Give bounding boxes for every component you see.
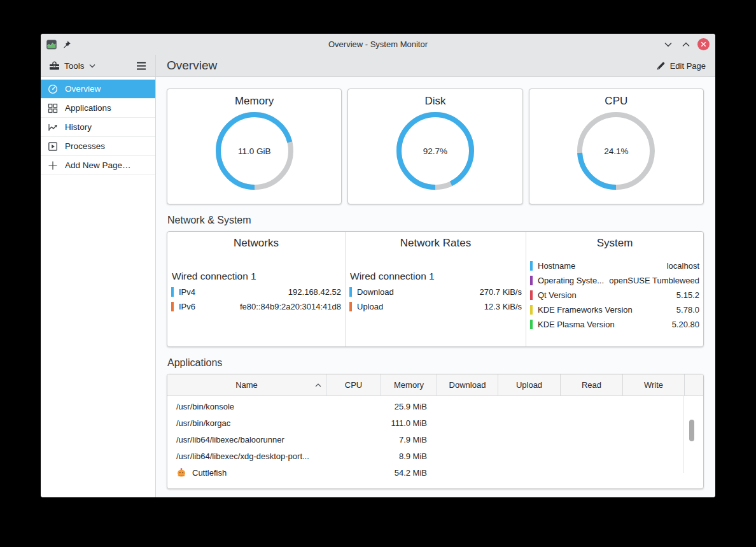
toolbox-icon [49, 61, 60, 71]
disk-card-title: Disk [424, 95, 445, 108]
table-row[interactable]: /usr/bin/konsole 25.9 MiB [167, 398, 703, 415]
legend-color-bar [171, 302, 174, 311]
table-row[interactable]: Cuttlefish 54.2 MiB [167, 464, 703, 481]
network-rates-column: Network Rates Wired connection 1 Downloa… [345, 232, 526, 346]
sidebar-item-label: Applications [65, 103, 111, 113]
column-header-download[interactable]: Download [437, 374, 498, 395]
processes-icon [47, 141, 59, 152]
process-name: /usr/bin/konsole [167, 402, 326, 411]
legend-label: Operating Syste... [538, 276, 604, 285]
maximize-icon[interactable] [680, 38, 692, 51]
sidebar: Overview Applications History [41, 77, 156, 497]
cuttlefish-icon [176, 467, 186, 478]
grid-icon [47, 103, 59, 114]
history-chart-icon [47, 122, 59, 133]
legend-color-bar [171, 287, 174, 297]
legend-label: Upload [357, 302, 383, 311]
table-header: Name CPU Memory Download Upload Read Wri… [167, 374, 703, 396]
column-header-upload[interactable]: Upload [498, 374, 561, 395]
legend-value: 5.78.0 [671, 305, 699, 315]
column-header-read[interactable]: Read [561, 374, 623, 395]
pencil-icon [656, 61, 666, 71]
memory-cell: 7.9 MiB [381, 435, 437, 444]
system-title: System [530, 237, 699, 250]
scrollbar-track-divider [683, 396, 684, 473]
hamburger-menu-icon[interactable] [136, 62, 146, 70]
network-rates-group-title: Wired connection 1 [350, 271, 522, 282]
column-header-cpu[interactable]: CPU [326, 374, 381, 395]
memory-cell: 8.9 MiB [381, 451, 437, 461]
column-header-name[interactable]: Name [167, 374, 326, 395]
tools-menu-button[interactable]: Tools [49, 61, 95, 71]
networks-group-title: Wired connection 1 [172, 271, 341, 282]
sidebar-item-label: Add New Page… [65, 160, 131, 170]
legend-value: 5.15.2 [671, 290, 699, 300]
legend-label: KDE Plasma Version [538, 320, 615, 329]
pin-icon[interactable] [62, 40, 71, 49]
sidebar-item-history[interactable]: History [41, 118, 155, 137]
legend-label: Download [357, 287, 394, 297]
minimize-icon[interactable] [662, 38, 675, 51]
table-row[interactable]: /usr/lib64/libexec/xdg-desktop-port... 8… [167, 448, 703, 464]
legend-color-bar [530, 305, 533, 315]
table-row[interactable]: /usr/lib64/libexec/baloorunner 7.9 MiB [167, 431, 703, 448]
overview-page: Memory 11.0 GiB Disk [156, 77, 715, 497]
edit-page-label: Edit Page [670, 61, 706, 71]
networks-title: Networks [171, 237, 341, 250]
legend-row-qt-version: Qt Version 5.15.2 [530, 288, 699, 302]
memory-card: Memory 11.0 GiB [167, 89, 342, 204]
toolbar: Tools Overview Edit Page [41, 55, 715, 77]
process-name: Cuttlefish [192, 468, 227, 478]
cpu-card: CPU 24.1% [529, 89, 704, 204]
networks-column: Networks Wired connection 1 IPv4 192.168… [167, 232, 345, 346]
legend-label: Hostname [538, 261, 575, 271]
sidebar-item-processes[interactable]: Processes [41, 137, 155, 156]
plus-icon [47, 160, 59, 171]
legend-row-ipv4: IPv4 192.168.42.52 [171, 285, 341, 299]
table-row[interactable]: /usr/bin/korgac 111.0 MiB [167, 415, 703, 431]
tools-menu-label: Tools [64, 61, 85, 71]
memory-gauge-value: 11.0 GiB [214, 110, 295, 192]
gauge-icon [47, 83, 59, 95]
column-header-memory[interactable]: Memory [381, 374, 437, 395]
page-title: Overview [167, 59, 217, 73]
disk-gauge: 92.7% [395, 110, 476, 192]
process-name: /usr/lib64/libexec/baloorunner [167, 435, 326, 444]
legend-value: openSUSE Tumbleweed [604, 276, 699, 285]
sidebar-item-add-new-page[interactable]: Add New Page… [41, 156, 155, 175]
column-header-write[interactable]: Write [623, 374, 685, 395]
network-system-panel: Networks Wired connection 1 IPv4 192.168… [167, 231, 704, 347]
sidebar-header: Tools [41, 55, 156, 76]
sidebar-item-label: Overview [65, 84, 101, 94]
app-icon [46, 39, 57, 50]
legend-label: IPv4 [179, 287, 195, 297]
section-title-applications: Applications [167, 356, 704, 370]
legend-value: localhost [662, 261, 699, 271]
legend-row-ipv6: IPv6 fe80::84b9:2a20:3014:41d8 [171, 299, 341, 314]
table-body: /usr/bin/konsole 25.9 MiB /usr/bin/korga… [167, 396, 703, 488]
system-column: System Hostname localhost Operating Syst… [526, 232, 703, 346]
memory-card-title: Memory [235, 95, 274, 108]
vertical-scrollbar[interactable] [689, 420, 694, 441]
legend-row-hostname: Hostname localhost [530, 259, 699, 273]
sidebar-item-overview[interactable]: Overview [41, 80, 155, 99]
legend-label: Qt Version [538, 290, 577, 300]
sort-ascending-icon [315, 383, 321, 387]
sidebar-item-applications[interactable]: Applications [41, 99, 155, 118]
cpu-gauge: 24.1% [575, 110, 657, 192]
titlebar[interactable]: Overview - System Monitor [41, 34, 715, 55]
legend-color-bar [530, 276, 533, 285]
column-header-spacer [685, 374, 703, 395]
legend-value: 270.7 KiB/s [475, 287, 522, 297]
window-title: Overview - System Monitor [41, 39, 715, 49]
memory-cell: 54.2 MiB [381, 468, 437, 478]
legend-color-bar [349, 302, 352, 311]
network-rates-title: Network Rates [349, 237, 522, 250]
system-monitor-window: Overview - System Monitor [41, 34, 715, 497]
legend-row-download: Download 270.7 KiB/s [349, 285, 522, 299]
edit-page-button[interactable]: Edit Page [656, 61, 706, 71]
memory-gauge: 11.0 GiB [214, 110, 295, 192]
applications-table: Name CPU Memory Download Upload Read Wri… [167, 374, 704, 489]
sidebar-item-label: Processes [65, 141, 105, 151]
close-icon[interactable] [697, 38, 710, 50]
